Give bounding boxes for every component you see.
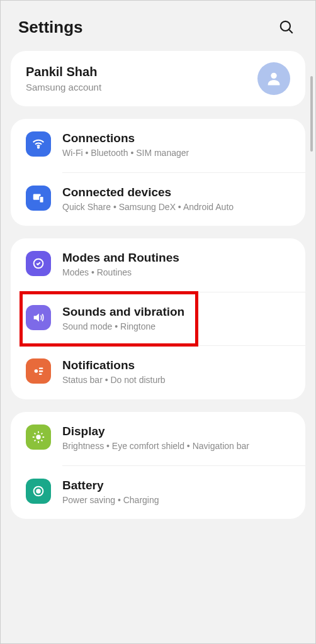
svg-point-21 [37, 489, 40, 493]
settings-item-notifications[interactable]: Notifications Status bar • Do not distur… [11, 346, 305, 399]
item-title: Connections [62, 131, 290, 145]
settings-group: Modes and Routines Modes • Routines Soun… [11, 238, 305, 399]
settings-item-connected-devices[interactable]: Connected devices Quick Share • Samsung … [11, 173, 305, 226]
person-icon [265, 70, 283, 87]
svg-rect-5 [40, 196, 43, 203]
modes-icon [26, 251, 51, 276]
svg-rect-9 [39, 370, 43, 372]
svg-line-16 [35, 433, 36, 435]
settings-group: Display Brightness • Eye comfort shield … [11, 412, 305, 519]
item-sub: Wi-Fi • Bluetooth • SIM manager [62, 147, 290, 160]
sound-icon [26, 305, 51, 330]
account-name: Pankil Shah [26, 65, 101, 79]
svg-line-17 [42, 440, 43, 441]
settings-item-connections[interactable]: Connections Wi-Fi • Bluetooth • SIM mana… [11, 119, 305, 172]
item-sub: Sound mode • Ringtone [62, 321, 290, 333]
account-text: Pankil Shah Samsung account [26, 65, 101, 92]
item-title: Sounds and vibration [62, 305, 290, 319]
item-sub: Quick Share • Samsung DeX • Android Auto [62, 201, 290, 214]
page-title: Settings [18, 18, 83, 37]
item-sub: Power saving • Charging [62, 494, 290, 507]
notifications-icon [26, 358, 51, 384]
svg-point-7 [35, 370, 38, 374]
svg-rect-10 [39, 374, 42, 375]
svg-point-11 [36, 435, 40, 439]
item-title: Notifications [62, 358, 290, 372]
svg-point-0 [281, 21, 290, 31]
item-title: Modes and Routines [62, 251, 290, 265]
svg-line-1 [289, 30, 292, 33]
item-title: Battery [62, 479, 290, 492]
item-title: Display [62, 425, 290, 438]
display-icon [26, 425, 51, 450]
header: Settings [1, 1, 315, 51]
settings-item-battery[interactable]: Battery Power saving • Charging [11, 466, 305, 519]
avatar [257, 62, 290, 95]
wifi-icon [26, 131, 51, 157]
item-sub: Brightness • Eye comfort shield • Naviga… [62, 440, 290, 453]
svg-point-3 [38, 147, 39, 148]
settings-item-modes[interactable]: Modes and Routines Modes • Routines [11, 238, 305, 292]
settings-item-sounds[interactable]: Sounds and vibration Sound mode • Ringto… [11, 292, 305, 346]
svg-rect-8 [39, 368, 43, 369]
settings-group: Connections Wi-Fi • Bluetooth • SIM mana… [11, 119, 305, 226]
battery-icon [26, 479, 51, 504]
devices-icon [26, 186, 51, 211]
settings-item-display[interactable]: Display Brightness • Eye comfort shield … [11, 412, 305, 465]
item-title: Connected devices [62, 186, 290, 199]
scrollbar[interactable] [310, 76, 313, 152]
svg-line-19 [42, 433, 43, 435]
account-sub: Samsung account [26, 82, 101, 92]
search-icon [278, 19, 295, 35]
svg-point-2 [271, 73, 276, 79]
item-sub: Status bar • Do not disturb [62, 374, 290, 387]
svg-line-18 [35, 440, 36, 441]
account-row[interactable]: Pankil Shah Samsung account [11, 51, 305, 106]
search-button[interactable] [275, 16, 298, 38]
item-sub: Modes • Routines [62, 267, 290, 279]
